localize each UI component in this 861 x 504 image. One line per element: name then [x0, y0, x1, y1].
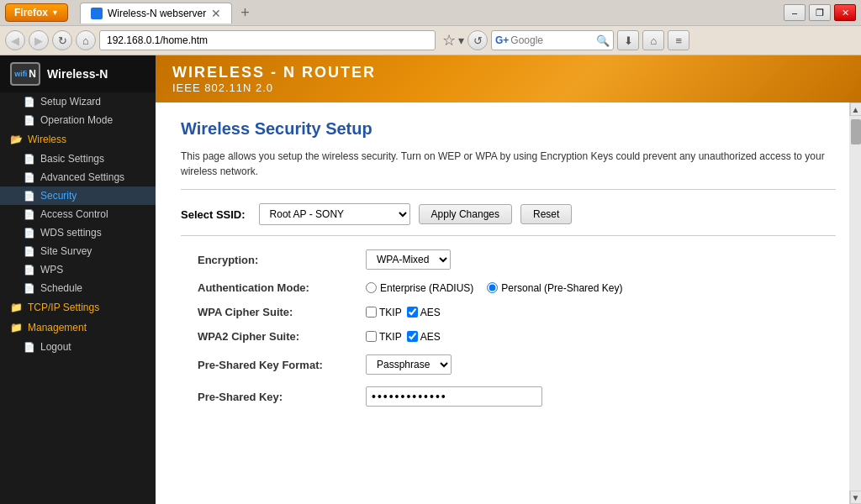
doc-icon: 📄	[24, 154, 35, 165]
close-button[interactable]: ✕	[834, 4, 856, 21]
home-nav-button[interactable]: ⌂	[642, 30, 664, 50]
sidebar-item-tcp-ip-settings[interactable]: 📁 TCP/IP Settings	[0, 297, 156, 318]
tab-title: Wireless-N webserver	[108, 8, 206, 19]
refresh-icon[interactable]: ↺	[467, 30, 488, 50]
content-area: Wireless Security Setup This page allows…	[156, 102, 861, 504]
sidebar-item-label: Security	[40, 190, 77, 202]
sidebar-item-label: Advanced Settings	[40, 171, 124, 183]
sidebar-item-operation-mode[interactable]: 📄 Operation Mode	[0, 111, 156, 129]
sidebar-item-label: Basic Settings	[40, 153, 104, 165]
doc-icon: 📄	[24, 228, 35, 239]
psk-label: Pre-Shared Key:	[198, 391, 366, 403]
download-button[interactable]: ⬇	[617, 30, 639, 50]
psk-format-select[interactable]: Passphrase	[366, 354, 452, 375]
sidebar-item-basic-settings[interactable]: 📄 Basic Settings	[0, 150, 156, 168]
tab-close-button[interactable]: ✕	[211, 7, 221, 20]
sidebar-item-security[interactable]: 📄 Security	[0, 186, 156, 205]
psk-input[interactable]	[366, 386, 542, 407]
sidebar-item-wireless[interactable]: 📂 Wireless	[0, 129, 156, 150]
apply-changes-button[interactable]: Apply Changes	[419, 204, 512, 224]
active-tab[interactable]: Wireless-N webserver ✕	[80, 3, 232, 24]
menu-button[interactable]: ≡	[668, 30, 689, 50]
google-g-icon: G+	[495, 34, 509, 46]
scroll-up-button[interactable]: ▲	[850, 102, 862, 116]
wpa2-aes-checkbox[interactable]	[407, 331, 418, 342]
ssid-select[interactable]: Root AP - SONY	[259, 203, 410, 225]
wpa-aes-option[interactable]: AES	[407, 307, 441, 318]
wpa-cipher-row: WPA Cipher Suite: TKIP AES	[198, 306, 836, 318]
encryption-control: WPA-Mixed	[366, 249, 451, 270]
psk-row: Pre-Shared Key:	[198, 386, 836, 407]
sidebar-item-label: Logout	[40, 341, 71, 353]
search-icon[interactable]: 🔍	[596, 34, 610, 47]
window-controls: – ❐ ✕	[784, 4, 856, 21]
auth-enterprise-radio[interactable]	[366, 282, 377, 293]
security-form: Encryption: WPA-Mixed Authentication Mod…	[198, 249, 836, 407]
doc-icon: 📄	[24, 342, 35, 353]
bookmark-down-icon: ▾	[458, 34, 464, 47]
encryption-label: Encryption:	[198, 254, 366, 266]
auth-enterprise-label: Enterprise (RADIUS)	[380, 282, 473, 294]
wpa2-cipher-control: TKIP AES	[366, 331, 441, 343]
scrollbar: ▲ ▼	[849, 102, 861, 504]
sidebar-item-wds-settings[interactable]: 📄 WDS settings	[0, 223, 156, 242]
sidebar-item-management[interactable]: 📁 Management	[0, 318, 156, 338]
sidebar-item-advanced-settings[interactable]: 📄 Advanced Settings	[0, 168, 156, 186]
doc-icon: 📄	[24, 265, 35, 276]
scroll-down-button[interactable]: ▼	[850, 491, 862, 504]
reset-button[interactable]: Reset	[520, 204, 572, 224]
wpa-tkip-checkbox[interactable]	[366, 307, 377, 318]
folder-icon: 📁	[10, 322, 23, 333]
new-tab-button[interactable]: +	[235, 4, 255, 22]
sidebar-item-logout[interactable]: 📄 Logout	[0, 338, 156, 356]
sidebar-item-schedule[interactable]: 📄 Schedule	[0, 279, 156, 297]
ssid-label: Select SSID:	[181, 208, 246, 221]
doc-icon: 📄	[24, 191, 35, 202]
back-button[interactable]: ◀	[5, 30, 25, 50]
page-title: Wireless Security Setup	[181, 119, 836, 139]
wpa2-tkip-checkbox[interactable]	[366, 331, 377, 342]
navigation-bar: ◀ ▶ ↻ ⌂ ☆ ▾ ↺ G+ 🔍 ⬇ ⌂ ≡	[0, 25, 861, 55]
sidebar-item-wps[interactable]: 📄 WPS	[0, 260, 156, 279]
restore-button[interactable]: ❐	[809, 4, 831, 21]
psk-format-control: Passphrase	[366, 354, 452, 375]
folder-open-icon: 📂	[10, 134, 23, 145]
sidebar-item-access-control[interactable]: 📄 Access Control	[0, 205, 156, 223]
wpa-cipher-control: TKIP AES	[366, 307, 441, 318]
firefox-menu-button[interactable]: Firefox	[5, 3, 68, 22]
auth-personal-option[interactable]: Personal (Pre-Shared Key)	[487, 282, 622, 294]
wpa-tkip-option[interactable]: TKIP	[366, 307, 402, 318]
auth-enterprise-option[interactable]: Enterprise (RADIUS)	[366, 282, 473, 294]
scroll-thumb[interactable]	[851, 119, 861, 144]
wpa2-cipher-label: WPA2 Cipher Suite:	[198, 330, 366, 343]
sidebar: wifiN Wireless-N 📄 Setup Wizard 📄 Operat…	[0, 55, 156, 504]
encryption-select[interactable]: WPA-Mixed	[366, 249, 451, 270]
auth-personal-radio[interactable]	[487, 282, 498, 293]
wpa-aes-checkbox[interactable]	[407, 307, 418, 318]
wpa-cipher-label: WPA Cipher Suite:	[198, 306, 366, 318]
auth-personal-label: Personal (Pre-Shared Key)	[501, 282, 622, 294]
sidebar-item-site-survey[interactable]: 📄 Site Survey	[0, 242, 156, 260]
sidebar-item-label: WDS settings	[40, 227, 102, 239]
sidebar-item-label: WPS	[40, 264, 63, 276]
tab-favicon	[91, 8, 103, 19]
minimize-button[interactable]: –	[784, 4, 806, 21]
wpa2-tkip-option[interactable]: TKIP	[366, 331, 402, 343]
wpa2-aes-option[interactable]: AES	[407, 331, 441, 343]
home-button[interactable]: ⌂	[76, 30, 96, 50]
search-bar[interactable]: G+ 🔍	[491, 30, 614, 50]
search-input[interactable]	[510, 34, 594, 46]
wifi-logo: wifiN	[10, 62, 40, 86]
auth-mode-control: Enterprise (RADIUS) Personal (Pre-Shared…	[366, 282, 622, 294]
doc-icon: 📄	[24, 172, 35, 183]
sidebar-item-label: Schedule	[40, 282, 82, 294]
folder-icon: 📁	[10, 302, 23, 313]
page-description: This page allows you setup the wireless …	[181, 149, 836, 190]
doc-icon: 📄	[24, 246, 35, 257]
bookmark-star-icon: ☆	[442, 31, 456, 50]
forward-button[interactable]: ▶	[29, 30, 49, 50]
reload-button[interactable]: ↻	[52, 30, 72, 50]
sidebar-item-setup-wizard[interactable]: 📄 Setup Wizard	[0, 92, 156, 111]
sidebar-item-label: Wireless	[28, 134, 66, 145]
address-bar[interactable]	[99, 30, 436, 50]
